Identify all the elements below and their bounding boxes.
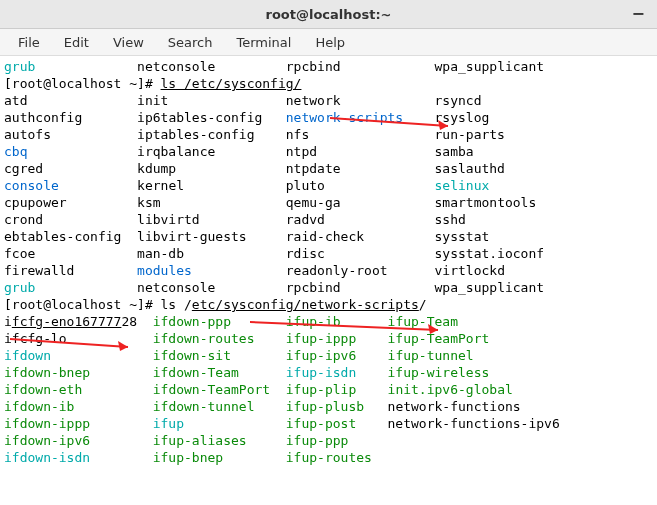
exe-entry: ifdown-routes	[153, 331, 255, 346]
file-entry: sysstat	[435, 229, 490, 244]
file-entry: rdisc	[286, 246, 325, 261]
file-entry: init	[137, 93, 168, 108]
exe-entry: ifup-TeamPort	[388, 331, 490, 346]
menu-terminal[interactable]: Terminal	[224, 32, 303, 53]
menubar: File Edit View Search Terminal Help	[0, 29, 657, 56]
exe-entry: ifup-ppp	[286, 433, 349, 448]
exe-entry: ifdown-ipv6	[4, 433, 90, 448]
exe-entry: ifup-bnep	[153, 450, 223, 465]
minimize-button[interactable]: −	[632, 4, 645, 23]
file-entry: netconsole	[137, 59, 215, 74]
file-entry: ip6tables-config	[137, 110, 262, 125]
file-entry: man-db	[137, 246, 184, 261]
file-entry: samba	[435, 144, 474, 159]
dir-entry: network-scripts	[286, 110, 403, 125]
file-entry: kernel	[137, 178, 184, 193]
terminal-output[interactable]: grub netconsole rpcbind wpa_supplicant […	[0, 56, 657, 505]
file-entry: radvd	[286, 212, 325, 227]
file-entry: sshd	[435, 212, 466, 227]
window-title: root@localhost:~	[265, 7, 391, 22]
file-entry: irqbalance	[137, 144, 215, 159]
file-entry: authconfig	[4, 110, 82, 125]
exe-entry: ifdown-ib	[4, 399, 74, 414]
file-entry: run-parts	[435, 127, 505, 142]
file-entry: pluto	[286, 178, 325, 193]
exe-entry: ifup-tunnel	[388, 348, 474, 363]
prompt: [root@localhost ~]#	[4, 297, 161, 312]
titlebar: root@localhost:~ −	[0, 0, 657, 29]
file-entry: rpcbind	[286, 59, 341, 74]
file-entry: qemu-ga	[286, 195, 341, 210]
dir-entry: console	[4, 178, 59, 193]
exe-entry: ifup-ipv6	[286, 348, 356, 363]
file-entry: libvirtd	[137, 212, 200, 227]
exe-entry: ifdown-ippp	[4, 416, 90, 431]
menu-search[interactable]: Search	[156, 32, 225, 53]
exe-entry: ifup-post	[286, 416, 356, 431]
file-entry: rpcbind	[286, 280, 341, 295]
file-entry: i	[4, 314, 12, 329]
command-text: /	[419, 297, 427, 312]
dir-entry: cbq	[4, 144, 27, 159]
exe-entry: ifdown-sit	[153, 348, 231, 363]
link-entry: ifup-isdn	[286, 365, 356, 380]
exe-entry: ifup-aliases	[153, 433, 247, 448]
file-entry: nfs	[286, 127, 309, 142]
command-text: ls /etc/sysconfig/	[161, 76, 302, 91]
file-entry: ebtables-config	[4, 229, 121, 244]
menu-view[interactable]: View	[101, 32, 156, 53]
file-entry: network-functions-ipv6	[388, 416, 560, 431]
menu-edit[interactable]: Edit	[52, 32, 101, 53]
link-entry: selinux	[435, 178, 490, 193]
exe-entry: ifup-Team	[388, 314, 458, 329]
file-entry: ntpd	[286, 144, 317, 159]
dir-entry: modules	[137, 263, 192, 278]
exe-entry: ifup-plusb	[286, 399, 364, 414]
file-entry: ifcfg-lo	[4, 331, 67, 346]
menu-file[interactable]: File	[6, 32, 52, 53]
file-entry: kdump	[137, 161, 176, 176]
file-entry: smartmontools	[435, 195, 537, 210]
exe-entry: ifdown-tunnel	[153, 399, 255, 414]
exe-entry: init.ipv6-global	[388, 382, 513, 397]
svg-marker-5	[118, 341, 128, 351]
file-entry: 28	[121, 314, 137, 329]
file-entry: grub	[4, 59, 35, 74]
file-entry: wpa_supplicant	[435, 59, 545, 74]
file-entry: sysstat.ioconf	[435, 246, 545, 261]
file-entry: libvirt-guests	[137, 229, 247, 244]
prompt: [root@localhost ~]#	[4, 76, 161, 91]
file-entry: wpa_supplicant	[435, 280, 545, 295]
exe-entry: ifdown-TeamPort	[153, 382, 270, 397]
exe-entry: ifdown-eth	[4, 382, 82, 397]
file-entry: cgred	[4, 161, 43, 176]
menu-help[interactable]: Help	[303, 32, 357, 53]
file-entry: crond	[4, 212, 43, 227]
file-entry: ntpdate	[286, 161, 341, 176]
file-entry: autofs	[4, 127, 51, 142]
file-entry: saslauthd	[435, 161, 505, 176]
file-entry: firewalld	[4, 263, 74, 278]
file-entry: rsyncd	[435, 93, 482, 108]
file-entry: atd	[4, 93, 27, 108]
exe-entry: ifup-ib	[286, 314, 341, 329]
exe-entry: ifup-routes	[286, 450, 372, 465]
command-text: etc/sysconfig/network-scripts	[192, 297, 419, 312]
file-entry: fcfg-eno167777	[12, 314, 122, 329]
file-entry: raid-check	[286, 229, 364, 244]
file-entry: netconsole	[137, 280, 215, 295]
exe-entry: ifup-ippp	[286, 331, 356, 346]
link-entry: ifup	[153, 416, 184, 431]
exe-entry: ifdown-bnep	[4, 365, 90, 380]
link-entry: ifdown	[4, 348, 51, 363]
file-entry: network-functions	[388, 399, 521, 414]
file-entry: network	[286, 93, 341, 108]
file-entry: virtlockd	[435, 263, 505, 278]
link-entry: grub	[4, 280, 35, 295]
file-entry: fcoe	[4, 246, 35, 261]
exe-entry: ifup-wireless	[388, 365, 490, 380]
exe-entry: ifdown-Team	[153, 365, 239, 380]
exe-entry: ifdown-ppp	[153, 314, 231, 329]
link-entry: ifdown-isdn	[4, 450, 90, 465]
file-entry: rsyslog	[435, 110, 490, 125]
